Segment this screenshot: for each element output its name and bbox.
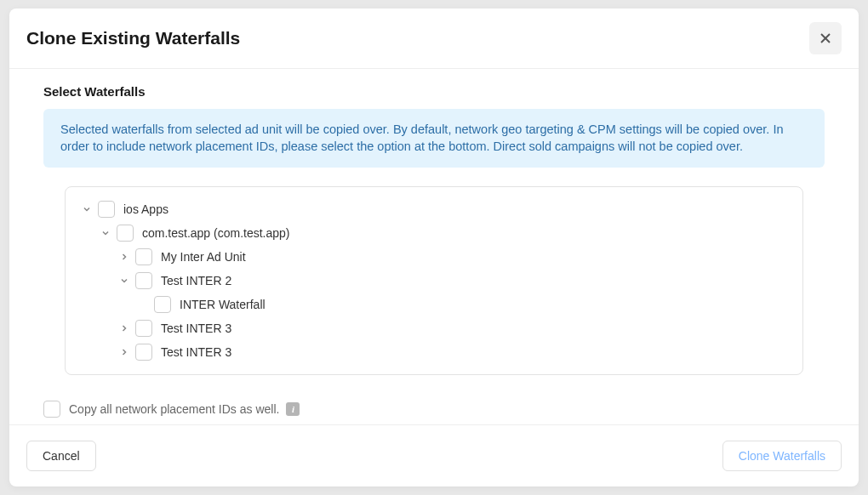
tree-row-adunit-1[interactable]: My Inter Ad Unit — [74, 245, 789, 269]
chevron-right-icon[interactable] — [118, 346, 130, 358]
checkbox-adunit-2[interactable] — [135, 272, 152, 289]
tree-label: ios Apps — [123, 202, 168, 216]
tree-row-adunit-3[interactable]: Test INTER 3 — [74, 316, 789, 340]
checkbox-adunit-4[interactable] — [135, 344, 152, 361]
copy-option-label: Copy all network placement IDs as well. — [69, 402, 279, 416]
tree-label: Test INTER 3 — [161, 321, 231, 335]
info-icon[interactable]: i — [286, 402, 300, 416]
checkbox-ios-apps[interactable] — [98, 201, 115, 218]
tree-row-ios-apps[interactable]: ios Apps — [74, 197, 789, 221]
copy-placement-ids-option: Copy all network placement IDs as well. … — [43, 401, 825, 418]
info-banner: Selected waterfalls from selected ad uni… — [43, 109, 825, 168]
modal-header: Clone Existing Waterfalls — [9, 9, 859, 68]
section-title: Select Waterfalls — [43, 84, 825, 99]
modal-body: Select Waterfalls Selected waterfalls fr… — [9, 69, 859, 424]
tree-row-app[interactable]: com.test.app (com.test.app) — [74, 221, 789, 245]
close-button[interactable] — [809, 22, 842, 54]
checkbox-waterfall-1[interactable] — [154, 296, 171, 313]
chevron-down-icon[interactable] — [118, 275, 130, 287]
chevron-down-icon[interactable] — [100, 227, 111, 239]
checkbox-app[interactable] — [117, 225, 134, 242]
tree-label: com.test.app (com.test.app) — [142, 226, 290, 240]
tree-label: Test INTER 2 — [161, 274, 231, 287]
checkbox-copy-placement-ids[interactable] — [43, 401, 60, 418]
cancel-button[interactable]: Cancel — [26, 441, 96, 471]
clone-waterfalls-button[interactable]: Clone Waterfalls — [722, 441, 842, 471]
modal-footer: Cancel Clone Waterfalls — [9, 424, 859, 486]
close-icon — [819, 31, 832, 45]
tree-label: My Inter Ad Unit — [161, 250, 246, 264]
tree-label: INTER Waterfall — [180, 298, 266, 311]
chevron-right-icon[interactable] — [118, 251, 130, 263]
clone-waterfalls-modal: Clone Existing Waterfalls Select Waterfa… — [9, 9, 859, 486]
checkbox-adunit-3[interactable] — [135, 320, 152, 337]
modal-title: Clone Existing Waterfalls — [26, 28, 240, 48]
chevron-down-icon[interactable] — [81, 203, 93, 215]
waterfall-tree: ios Apps com.test.app (com.test.app) My … — [65, 186, 803, 375]
checkbox-adunit-1[interactable] — [135, 248, 152, 265]
chevron-right-icon[interactable] — [118, 322, 130, 334]
tree-row-adunit-4[interactable]: Test INTER 3 — [74, 340, 789, 364]
tree-label: Test INTER 3 — [161, 345, 231, 359]
tree-row-waterfall-1[interactable]: INTER Waterfall — [74, 293, 789, 316]
tree-row-adunit-2[interactable]: Test INTER 2 — [74, 269, 789, 293]
